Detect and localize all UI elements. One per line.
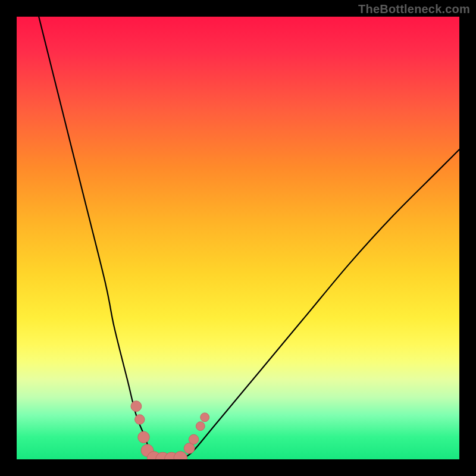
- watermark-text: TheBottleneck.com: [358, 2, 470, 16]
- chart-frame: TheBottleneck.com: [0, 0, 476, 476]
- highlight-marker: [196, 422, 205, 431]
- curve-layer: [17, 17, 459, 459]
- highlight-marker: [189, 434, 198, 444]
- plot-area: [17, 17, 459, 459]
- highlight-marker: [184, 443, 195, 454]
- bottleneck-curve: [39, 17, 459, 459]
- highlight-marker: [201, 413, 209, 422]
- highlight-marker: [174, 452, 187, 459]
- highlight-marker: [135, 415, 145, 424]
- highlight-marker: [138, 431, 149, 443]
- highlight-marker: [131, 401, 142, 412]
